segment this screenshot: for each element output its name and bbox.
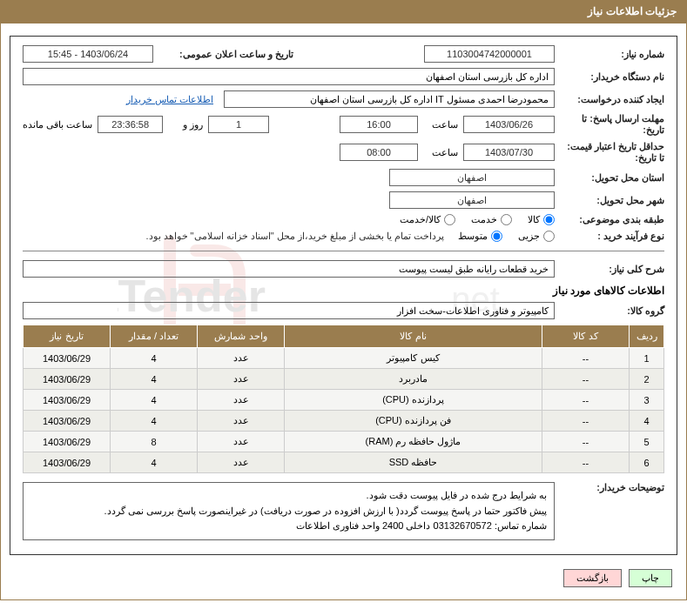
table-cell: پردازنده (CPU) (285, 390, 542, 411)
category-radios: کالا خدمت کالا/خدمت (400, 214, 555, 225)
th-row: ردیف (630, 325, 664, 348)
field-reply-date: 1403/06/26 (463, 116, 555, 133)
label-buyer-org: نام دستگاه خریدار: (560, 71, 664, 83)
ptype-radios: جزیی متوسط (458, 231, 555, 242)
table-cell: 1403/06/29 (24, 432, 111, 452)
row-category: طبقه بندی موضوعی: کالا خدمت کالا/خدمت (23, 214, 664, 225)
table-cell: عدد (198, 369, 285, 390)
table-cell: 1403/06/29 (24, 452, 111, 473)
radio-cat-1[interactable]: خدمت (471, 214, 512, 225)
row-general-desc: شرح کلی نیاز: خرید قطعات رایانه طبق لیست… (23, 260, 664, 278)
table-cell: فن پردازنده (CPU) (285, 411, 542, 432)
title-bar: جزئیات اطلاعات نیاز (0, 0, 687, 23)
label-prov: استان محل تحویل: (560, 172, 664, 184)
field-need-no: 1103004742000001 (424, 45, 555, 63)
table-cell: عدد (198, 432, 285, 452)
field-requester: محمودرضا احمدی مسئول IT اداره کل بازرسی … (224, 90, 555, 108)
radio-pt-1-input[interactable] (491, 231, 502, 242)
buyer-notes-box: به شرایط درج شده در فایل پیوست دقت شود.پ… (23, 482, 555, 540)
label-hour2: ساعت (423, 147, 458, 158)
label-gdesc: شرح کلی نیاز: (560, 264, 664, 275)
table-cell: ماژول حافظه رم (RAM) (285, 432, 542, 452)
radio-pt-0-label: جزیی (518, 231, 540, 242)
field-gdesc: خرید قطعات رایانه طبق لیست پیوست (23, 260, 555, 278)
row-need-no: شماره نیاز: 1103004742000001 تاریخ و ساع… (23, 45, 664, 63)
label-requester: ایجاد کننده درخواست: (560, 94, 664, 105)
table-cell: -- (542, 348, 630, 369)
note-line: پیش فاکتور حتما در پاسخ پیوست گردد( با ا… (30, 504, 547, 519)
table-cell: 1 (630, 348, 664, 369)
back-button[interactable]: بازگشت (563, 569, 622, 587)
table-cell: عدد (198, 411, 285, 432)
table-cell: -- (542, 432, 630, 452)
table-row: 2--مادربردعدد41403/06/29 (24, 369, 664, 390)
table-cell: 2 (630, 369, 664, 390)
field-prov: اصفهان (389, 169, 555, 186)
title-text: جزئیات اطلاعات نیاز (588, 5, 677, 17)
table-cell: 4 (111, 390, 198, 411)
row-price-valid: حداقل تاریخ اعتبار قیمت: تا تاریخ: 1403/… (23, 141, 664, 164)
radio-cat-2[interactable]: کالا/خدمت (400, 214, 455, 225)
field-reply-hour: 16:00 (340, 116, 418, 133)
row-buyer-org: نام دستگاه خریدار: اداره کل بازرسی استان… (23, 68, 664, 85)
radio-cat-1-input[interactable] (501, 214, 512, 225)
th-date: تاریخ نیاز (24, 325, 111, 348)
table-cell: عدد (198, 348, 285, 369)
table-cell: -- (542, 390, 630, 411)
items-thead: ردیف کد کالا نام کالا واحد شمارش تعداد /… (24, 325, 664, 348)
field-remain-time: 23:36:58 (98, 116, 163, 133)
radio-cat-0-input[interactable] (543, 214, 555, 225)
table-row: 4--فن پردازنده (CPU)عدد41403/06/29 (24, 411, 664, 432)
label-ptype: نوع فرآیند خرید : (560, 231, 664, 242)
field-city: اصفهان (389, 191, 555, 209)
table-cell: کیس کامپیوتر (285, 348, 542, 369)
radio-cat-0[interactable]: کالا (528, 214, 555, 225)
table-cell: 4 (111, 348, 198, 369)
radio-pt-1[interactable]: متوسط (458, 231, 502, 242)
row-requester: ایجاد کننده درخواست: محمودرضا احمدی مسئو… (23, 90, 664, 108)
th-code: کد کالا (542, 325, 630, 348)
row-reply-deadline: مهلت ارسال پاسخ: تا تاریخ: 1403/06/26 سا… (23, 113, 664, 136)
table-cell: 6 (630, 452, 664, 473)
field-group: کامپیوتر و فناوری اطلاعات-سخت افزار (23, 302, 555, 319)
purchase-note: پرداخت تمام یا بخشی از مبلغ خرید،از محل … (145, 231, 444, 242)
radio-pt-0-input[interactable] (543, 231, 555, 242)
table-row: 1--کیس کامپیوترعدد41403/06/29 (24, 348, 664, 369)
note-line: به شرایط درج شده در فایل پیوست دقت شود. (30, 488, 547, 504)
table-cell: 3 (630, 390, 664, 411)
label-reply: مهلت ارسال پاسخ: تا تاریخ: (560, 113, 664, 136)
row-purchase-type: نوع فرآیند خرید : جزیی متوسط پرداخت تمام… (23, 231, 664, 242)
print-button[interactable]: چاپ (629, 569, 672, 587)
table-cell: 1403/06/29 (24, 411, 111, 432)
table-cell: مادربرد (285, 369, 542, 390)
field-valid-date: 1403/07/30 (463, 144, 555, 161)
button-bar: چاپ بازگشت (4, 560, 683, 596)
items-table: ردیف کد کالا نام کالا واحد شمارش تعداد /… (23, 325, 664, 473)
outer-border: AriaTender .net شماره نیاز: 110300474200… (0, 23, 687, 600)
radio-pt-0[interactable]: جزیی (518, 231, 555, 242)
radio-cat-2-label: کالا/خدمت (400, 214, 441, 225)
table-cell: عدد (198, 452, 285, 473)
label-category: طبقه بندی موضوعی: (560, 214, 664, 225)
label-announce: تاریخ و ساعت اعلان عمومی: (158, 49, 293, 60)
row-buyer-notes: توضیحات خریدار: به شرایط درج شده در فایل… (23, 482, 664, 540)
table-cell: 4 (630, 411, 664, 432)
items-tbody: 1--کیس کامپیوترعدد41403/06/292--مادربردع… (24, 348, 664, 473)
field-remain-days: 1 (208, 116, 269, 133)
table-cell: 8 (111, 432, 198, 452)
row-delivery-prov: استان محل تحویل: اصفهان (23, 169, 664, 186)
note-line: شماره تماس: 03132670572 داخلی 2400 واحد … (30, 519, 547, 534)
radio-cat-0-label: کالا (528, 214, 540, 225)
contact-link[interactable]: اطلاعات تماس خریدار (126, 94, 213, 105)
radio-cat-2-input[interactable] (444, 214, 455, 225)
table-cell: 1403/06/29 (24, 369, 111, 390)
label-valid: حداقل تاریخ اعتبار قیمت: تا تاریخ: (560, 141, 664, 164)
table-cell: 5 (630, 432, 664, 452)
table-row: 5--ماژول حافظه رم (RAM)عدد81403/06/29 (24, 432, 664, 452)
th-unit: واحد شمارش (198, 325, 285, 348)
table-row: 6--حافظه SSDعدد41403/06/29 (24, 452, 664, 473)
table-cell: 4 (111, 411, 198, 432)
label-group: گروه کالا: (560, 305, 664, 317)
table-cell: 1403/06/29 (24, 390, 111, 411)
row-delivery-city: شهر محل تحویل: اصفهان (23, 191, 664, 209)
